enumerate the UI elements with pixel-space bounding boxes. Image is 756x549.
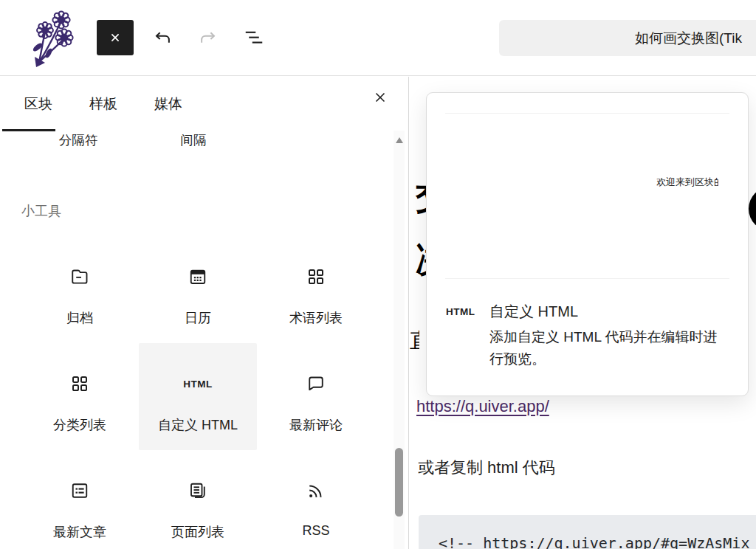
html-badge: HTML	[446, 306, 475, 317]
site-logo-button[interactable]	[27, 9, 80, 68]
block-editor-app: 如何画交换图(Tik 区块 样板 媒体 分隔符 间隔 小工具 归档	[0, 0, 756, 549]
clipped-text-fragment: 直	[409, 327, 419, 353]
comment-icon	[257, 373, 375, 395]
grid-icon	[21, 373, 139, 395]
block-label-separator[interactable]: 分隔符	[34, 131, 123, 149]
flower-bouquet-icon	[27, 9, 80, 68]
preview-top-rule	[445, 113, 729, 114]
category-widgets-label: 小工具	[21, 202, 61, 220]
code-block: <!-- https://q.uiver.app/#q=WzAsMix	[419, 515, 756, 549]
editor-topbar: 如何画交换图(Tik	[0, 0, 756, 76]
block-preview-description: 添加自定义 HTML 代码并在编辑时进 行预览。	[489, 326, 718, 370]
block-label-spacer[interactable]: 间隔	[149, 131, 238, 149]
block-item-latest-posts[interactable]: 最新文章	[21, 450, 139, 549]
code-line: <!-- https://q.uiver.app/#q=WzAsMix	[439, 534, 749, 549]
block-item-term-list[interactable]: 术语列表	[257, 236, 375, 343]
tab-patterns[interactable]: 样板	[74, 77, 133, 131]
block-item-archives[interactable]: 归档	[21, 236, 139, 343]
block-item-rss[interactable]: RSS	[257, 450, 375, 549]
redo-icon	[197, 27, 219, 49]
rss-icon	[257, 480, 375, 502]
marquee-preview-text: 欢迎来到区块的	[656, 176, 718, 189]
list-view-icon	[243, 27, 265, 49]
tab-blocks[interactable]: 区块	[9, 77, 68, 131]
block-preview-title: 自定义 HTML	[489, 302, 578, 322]
undo-button[interactable]	[151, 27, 173, 49]
diagram-node-circle	[749, 187, 756, 231]
preview-bottom-rule	[445, 278, 729, 279]
tab-media[interactable]: 媒体	[139, 77, 198, 131]
quiver-link[interactable]: https://q.uiver.app/	[416, 397, 549, 416]
scrollbar-up-arrow[interactable]	[396, 137, 403, 143]
block-item-calendar[interactable]: 日历	[139, 236, 257, 343]
toggle-inserter-button[interactable]	[97, 20, 134, 55]
document-title-text: 如何画交换图(Tik	[635, 20, 742, 56]
clipped-heading-fragment: 交	[410, 174, 426, 218]
block-inserter-panel: 区块 样板 媒体 分隔符 间隔 小工具 归档	[0, 77, 408, 549]
clipped-heading-fragment: 决	[410, 238, 426, 282]
sidebar-scrollbar-thumb[interactable]	[395, 448, 403, 517]
block-item-custom-html[interactable]: HTML 自定义 HTML	[139, 343, 257, 450]
undo-icon	[151, 27, 173, 49]
redo-button[interactable]	[197, 27, 219, 49]
document-overview-button[interactable]	[243, 27, 265, 49]
paragraph-copy-html: 或者复制 html 代码	[418, 457, 555, 479]
document-title-button[interactable]: 如何画交换图(Tik	[499, 20, 756, 56]
block-item-latest-comments[interactable]: 最新评论	[257, 343, 375, 450]
calendar-icon	[139, 266, 257, 288]
close-icon	[107, 30, 123, 46]
close-icon	[371, 89, 389, 106]
block-item-page-list[interactable]: 页面列表	[139, 450, 257, 549]
close-inserter-button[interactable]	[369, 86, 391, 108]
page-list-icon	[139, 480, 257, 502]
block-preview-popover: 欢迎来到区块的 HTML 自定义 HTML 添加自定义 HTML 代码并在编辑时…	[426, 92, 749, 396]
archive-icon	[21, 266, 139, 288]
post-list-icon	[21, 480, 139, 502]
block-item-categories-list[interactable]: 分类列表	[21, 343, 139, 450]
sidebar-content-divider	[408, 77, 409, 549]
grid-icon	[257, 266, 375, 288]
html-text-icon: HTML	[139, 373, 257, 395]
